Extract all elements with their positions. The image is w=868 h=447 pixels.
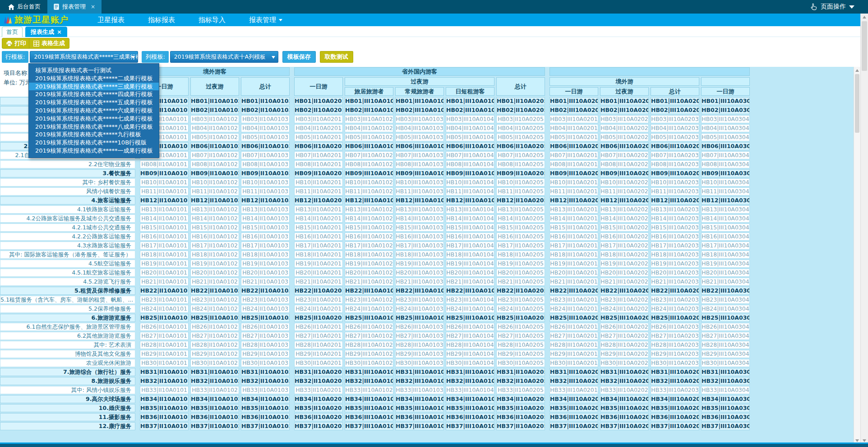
table-cell: HB20|III10A0102 (345, 269, 393, 277)
table-row: 农业观光休闲旅游HB30|II10A0101HB30|II10A0102HB30… (0, 359, 854, 368)
table-scrollbar-thumb[interactable] (855, 74, 859, 133)
table-row: 6.1自然生态保护服务、旅游景区管理服务HB26|II10A0101HB26|I… (0, 322, 854, 331)
table-cell: HB15|III10A0203 (651, 224, 699, 232)
row-template-option[interactable]: 核算系统报表格式表一行测试 (29, 66, 159, 74)
table-cell: HB08|II10A0103 (241, 160, 290, 168)
table-cell: HB02|III10A0201 (549, 106, 598, 114)
table-cell: HB07|III10A0103 (395, 151, 444, 159)
table-cell: HB04|III10A0203 (651, 124, 699, 132)
row-template-option[interactable]: 2019核算系统报表格式表*****八成果行模板 (29, 123, 159, 131)
table-cell: HB27|II10A0102 (190, 332, 239, 340)
nav-item-satellite-reports[interactable]: 卫星报表 (86, 14, 136, 26)
col-template-label: 列模板: (142, 51, 168, 63)
table-cell: HB30|II10A0102 (190, 359, 239, 367)
print-button[interactable]: 打印 (2, 38, 31, 49)
table-cell: HB35|III10A0203 (651, 404, 699, 412)
table-cell: HB13|III10A0202 (600, 205, 649, 214)
subgroup-g2-overnight: 过夜游 (345, 77, 494, 86)
table-cell: HB10|II10A0101 (140, 178, 189, 186)
table-icon (33, 41, 39, 47)
table-scrollbar[interactable] (854, 67, 860, 444)
table-cell: HB29|III10A0102 (345, 350, 393, 358)
nav-item-indicator-reports[interactable]: 指标报表 (136, 14, 187, 26)
scroll-up-icon[interactable] (854, 67, 860, 74)
subgroup-g3-outbound: 境外游 (549, 77, 699, 86)
fetch-test-button[interactable]: 取数测试 (320, 51, 353, 63)
table-cell: HB31|II10A0103 (241, 368, 290, 376)
row-template-option[interactable]: 2019核算系统报表格式表*****一成果行模板 (29, 147, 159, 155)
scroll-up-icon[interactable] (861, 14, 868, 20)
table-cell: HB23|III10A0102 (345, 296, 393, 304)
tab-close-icon[interactable]: × (57, 28, 62, 35)
table-cell: HB05|III10A0202 (600, 133, 649, 141)
tab-report-generation[interactable]: 报表生成 × (25, 27, 67, 37)
table-cell: HB26|II10A0103 (241, 323, 290, 331)
row-template-option[interactable]: 2019核算系统报表格式表*****二成果行模板 (29, 74, 159, 83)
row-template-option[interactable]: 2019核算系统报表格式表*****七成果行模板 (29, 115, 159, 123)
topbar-tab-label: 报表管理 (62, 3, 86, 11)
table-cell: HB02|III10A0203 (651, 106, 699, 114)
table-cell: HB10|III10A0304 (701, 178, 750, 186)
table-cell: HB25|II10A0201 (294, 314, 343, 322)
table-cell: HB10|II10A0201 (294, 178, 343, 186)
table-cell: HB07|II10A0103 (241, 151, 290, 159)
table-cell: HB31|II10A0201 (294, 368, 343, 376)
table-row: 6.2其他旅游游览服务HB27|II10A0101HB27|II10A0102H… (0, 331, 854, 340)
nav-item-report-management[interactable]: 报表管理 (237, 14, 294, 26)
table-cell: HB07|II10A0205 (496, 151, 545, 159)
table-cell: HB06|II10A0205 (496, 142, 545, 150)
table-cell: HB08|III10A0304 (701, 160, 750, 168)
row-template-option[interactable]: 2019核算系统报表格式表*****10B行模版 (29, 139, 159, 147)
template-save-button[interactable]: 模板保存 (282, 51, 316, 63)
nav-item-indicator-import[interactable]: 指标导入 (187, 14, 237, 26)
table-cell: HB09|III10A0201 (549, 169, 598, 177)
table-cell: HB27|III10A0103 (395, 332, 444, 340)
table-generate-button[interactable]: 表格生成 (29, 38, 69, 49)
table-cell: HB06|III10A0304 (701, 142, 750, 150)
table-cell: HB29|III10A0201 (549, 350, 598, 358)
table-cell: HB07|III10A0304 (701, 151, 750, 159)
col-template-select[interactable]: 2019核算系统报表格式表十A列模板 (170, 51, 278, 63)
table-cell: HB04|III10A0202 (600, 124, 649, 132)
page-operations-button[interactable]: 页面操作 (810, 0, 854, 14)
row-template-option[interactable]: 2019核算系统报表格式表*****五成果行模板 (29, 98, 159, 107)
row-label: 4.3水路旅客运输服务 (0, 242, 135, 250)
row-template-select[interactable]: 2019核算系统报表格式表*****三成果行模板 (30, 51, 138, 63)
topbar-tab-report-management[interactable]: 报表管理 × (47, 0, 102, 14)
table-cell: HB34|II10A0103 (241, 395, 290, 403)
table-row: 5.1租赁服务（含汽车、房车、游艇的租赁、帆船、...HB23|II10A010… (0, 295, 854, 304)
row-template-option[interactable]: 2019核算系统报表格式表*****六成果行模板 (29, 107, 159, 115)
row-template-option[interactable]: 2019核算系统报表格式表*****九行模板 (29, 130, 159, 139)
table-cell: HB28|II10A0201 (294, 341, 343, 349)
table-cell: HB10|III10A0103 (395, 178, 444, 186)
table-cell: HB21|II10A0101 (140, 278, 189, 286)
row-template-option[interactable]: 2019核算系统报表格式表*****三成果行模板 (29, 83, 159, 91)
table-cell: HB24|II10A0205 (496, 305, 545, 313)
table-cell: HB03|III10A0304 (701, 115, 750, 123)
page-scrollbar[interactable] (860, 14, 868, 444)
table-cell: HB23|II10A0102 (190, 296, 239, 304)
table-cell: HB15|II10A0102 (190, 224, 239, 232)
table-cell: HB08|III10A0103 (395, 160, 444, 168)
table-cell: HB30|III10A0304 (701, 359, 750, 367)
table-cell: HB20|III10A0202 (600, 269, 649, 277)
table-cell: HB32|II10A0205 (496, 377, 545, 385)
table-row: 5.租赁及保养维修服务HB22|II10A0101HB22|II10A0102H… (0, 286, 854, 295)
tab-home[interactable]: 首页 (2, 27, 23, 37)
table-cell: HB23|II10A0205 (496, 296, 545, 304)
table-cell: HB14|III10A0104 (446, 214, 494, 223)
table-cell: HB18|III10A0202 (600, 251, 649, 259)
topbar-tab-close-icon[interactable]: × (91, 4, 95, 10)
table-cell: HB24|III10A0103 (395, 305, 444, 313)
table-cell: HB01|III10A0102 (345, 97, 393, 105)
page-scrollbar-thumb[interactable] (862, 21, 867, 71)
row-template-option[interactable]: 2019核算系统报表格式表*****四成果行模板 (29, 90, 159, 98)
table-cell: HB34|III10A0202 (600, 395, 649, 403)
table-cell: HB10|III10A0104 (446, 178, 494, 186)
table-cell: HB21|II10A0205 (496, 278, 545, 286)
row-label: 5.2保养维修服务 (0, 305, 135, 313)
backend-home-button[interactable]: 后台首页 (4, 0, 45, 14)
table-cell: HB04|II10A0103 (241, 124, 290, 132)
table-cell: HB27|II10A0101 (140, 332, 189, 340)
col-g3-overnight: 过夜游 (600, 87, 649, 96)
